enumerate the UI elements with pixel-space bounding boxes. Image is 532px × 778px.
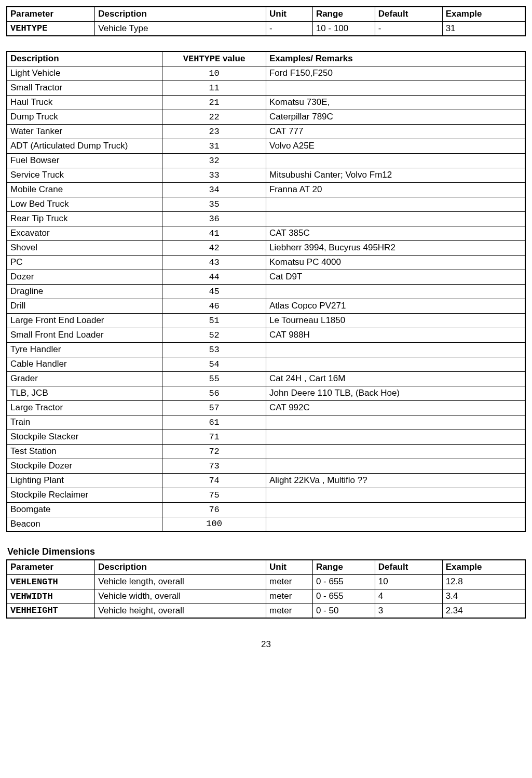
cell-example: CAT 777 — [266, 124, 525, 139]
cell-value: 61 — [162, 415, 266, 430]
table-row: Low Bed Truck35 — [7, 197, 525, 211]
table-row: Stockpile Dozer73 — [7, 459, 525, 473]
cell-example: Franna AT 20 — [266, 182, 525, 197]
cell-value: 21 — [162, 95, 266, 110]
cell-example — [266, 284, 525, 299]
table-row: Rear Tip Truck36 — [7, 211, 525, 226]
table-row: Fuel Bowser32 — [7, 153, 525, 168]
cell-example: Komatsu 730E, — [266, 95, 525, 110]
cell-example — [266, 81, 525, 95]
cell-value: 75 — [162, 488, 266, 502]
cell-value: 100 — [162, 517, 266, 531]
col-examples: Examples/ Remarks — [266, 51, 525, 66]
col-example: Example — [442, 560, 525, 574]
cell-value: 41 — [162, 226, 266, 240]
cell-desc: Cable Handler — [7, 357, 162, 371]
cell-param: VEHWIDTH — [7, 589, 95, 603]
table-row: Small Front End Loader52CAT 988H — [7, 328, 525, 342]
col-unit: Unit — [266, 7, 312, 21]
cell-example — [266, 444, 525, 459]
cell-example — [266, 459, 525, 473]
cell-desc: Stockpile Reclaimer — [7, 488, 162, 502]
cell-desc: Dozer — [7, 270, 162, 284]
table-row: Stockpile Stacker71 — [7, 430, 525, 444]
cell-example: Liebherr 3994, Bucyrus 495HR2 — [266, 240, 525, 255]
cell-desc: Stockpile Dozer — [7, 459, 162, 473]
table-row: Water Tanker23CAT 777 — [7, 124, 525, 139]
table-row: PC43Komatsu PC 4000 — [7, 255, 525, 270]
cell-default: - — [375, 21, 442, 36]
cell-desc: Dragline — [7, 284, 162, 299]
cell-desc: Vehicle height, overall — [95, 603, 266, 618]
table-row: Drill46Atlas Copco PV271 — [7, 299, 525, 313]
cell-desc: Vehicle length, overall — [95, 574, 266, 589]
cell-example — [266, 502, 525, 517]
cell-unit: - — [266, 21, 312, 36]
table-row: Shovel42Liebherr 3994, Bucyrus 495HR2 — [7, 240, 525, 255]
value-word: value — [220, 53, 245, 63]
cell-desc: Test Station — [7, 444, 162, 459]
cell-unit: meter — [266, 574, 312, 589]
cell-value: 35 — [162, 197, 266, 211]
cell-example — [266, 153, 525, 168]
col-range: Range — [312, 560, 375, 574]
cell-range: 0 - 50 — [312, 603, 375, 618]
cell-range: 10 - 100 — [312, 21, 375, 36]
cell-value: 11 — [162, 81, 266, 95]
table-row: Stockpile Reclaimer75 — [7, 488, 525, 502]
table-row: TLB, JCB56John Deere 110 TLB, (Back Hoe) — [7, 386, 525, 400]
table-row: ADT (Articulated Dump Truck)31Volvo A25E — [7, 139, 525, 153]
cell-value: 56 — [162, 386, 266, 400]
table-row: Large Tractor57CAT 992C — [7, 400, 525, 415]
table-header-row: Parameter Description Unit Range Default… — [7, 7, 525, 21]
table-row: Boomgate76 — [7, 502, 525, 517]
cell-desc: ADT (Articulated Dump Truck) — [7, 139, 162, 153]
table-row: Beacon100 — [7, 517, 525, 531]
cell-unit: meter — [266, 589, 312, 603]
cell-desc: Mobile Crane — [7, 182, 162, 197]
col-parameter: Parameter — [7, 560, 95, 574]
table-row: Tyre Handler53 — [7, 342, 525, 357]
cell-value: 42 — [162, 240, 266, 255]
table-row: VEHHEIGHTVehicle height, overallmeter0 -… — [7, 603, 525, 618]
cell-value: 51 — [162, 313, 266, 328]
parameter-table-vehtype: Parameter Description Unit Range Default… — [6, 6, 526, 36]
table-row: VEHWIDTHVehicle width, overallmeter0 - 6… — [7, 589, 525, 603]
cell-example: 3.4 — [442, 589, 525, 603]
cell-example: Alight 22KVa , Multiflo ?? — [266, 473, 525, 488]
cell-desc: Small Front End Loader — [7, 328, 162, 342]
cell-example: CAT 988H — [266, 328, 525, 342]
cell-desc: Grader — [7, 371, 162, 386]
section-title-vehicle-dimensions: Vehicle Dimensions — [6, 546, 526, 557]
cell-desc: Vehicle width, overall — [95, 589, 266, 603]
cell-param: VEHTYPE — [7, 21, 95, 36]
cell-example: Atlas Copco PV271 — [266, 299, 525, 313]
cell-desc: Large Front End Loader — [7, 313, 162, 328]
table-row: Excavator41CAT 385C — [7, 226, 525, 240]
cell-example: Le Tourneau L1850 — [266, 313, 525, 328]
vehtype-value-table: Description VEHTYPE value Examples/ Rema… — [6, 51, 526, 532]
table-row: VEHLENGTHVehicle length, overallmeter0 -… — [7, 574, 525, 589]
table-row: Light Vehicle10Ford F150,F250 — [7, 66, 525, 81]
cell-range: 0 - 655 — [312, 589, 375, 603]
cell-desc: Beacon — [7, 517, 162, 531]
cell-value: 23 — [162, 124, 266, 139]
cell-example: Cat D9T — [266, 270, 525, 284]
col-example: Example — [442, 7, 525, 21]
cell-param: VEHHEIGHT — [7, 603, 95, 618]
cell-desc: Lighting Plant — [7, 473, 162, 488]
cell-desc: Low Bed Truck — [7, 197, 162, 211]
cell-desc: Stockpile Stacker — [7, 430, 162, 444]
cell-example — [266, 342, 525, 357]
cell-example — [266, 211, 525, 226]
vehicle-dimensions-table: Parameter Description Unit Range Default… — [6, 559, 526, 619]
cell-value: 46 — [162, 299, 266, 313]
col-description: Description — [7, 51, 162, 66]
cell-desc: Train — [7, 415, 162, 430]
cell-example: Caterpillar 789C — [266, 110, 525, 124]
cell-example: 31 — [442, 21, 525, 36]
table-row: Lighting Plant74Alight 22KVa , Multiflo … — [7, 473, 525, 488]
col-parameter: Parameter — [7, 7, 95, 21]
cell-example: Komatsu PC 4000 — [266, 255, 525, 270]
vehtype-code: VEHTYPE — [183, 54, 220, 64]
